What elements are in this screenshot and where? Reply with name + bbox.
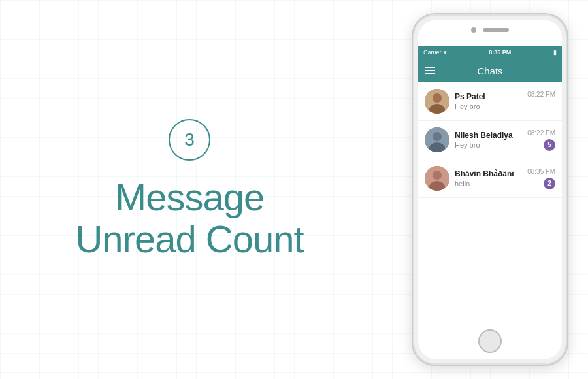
- chat-item[interactable]: Bháviñ Bhåðâñî hello 08:35 PM 2: [418, 159, 562, 198]
- svg-point-4: [433, 132, 442, 141]
- avatar: [425, 127, 449, 152]
- chat-time: 08:35 PM: [527, 168, 555, 175]
- step-circle: 3: [169, 119, 210, 161]
- step-number: 3: [184, 129, 195, 150]
- chat-info: Nilesh Beladiya Hey bro: [455, 131, 522, 149]
- earpiece-speaker: [483, 28, 509, 32]
- chat-name: Ps Patel: [455, 92, 522, 101]
- chat-info: Bháviñ Bhåðâñî hello: [455, 169, 522, 188]
- avatar: [425, 89, 449, 114]
- chat-preview: Hey bro: [455, 103, 522, 110]
- chat-time: 08:22 PM: [527, 129, 555, 137]
- no-unread-badge: [544, 101, 555, 112]
- battery-icon: ▮: [553, 49, 557, 56]
- chat-item[interactable]: Nilesh Beladiya Hey bro 08:22 PM 5: [418, 121, 562, 159]
- hamburger-menu-icon[interactable]: [425, 67, 435, 74]
- avatar: [425, 166, 449, 191]
- left-content-area: 3 Message Unread Count: [0, 0, 379, 379]
- chat-preview: Hey bro: [455, 141, 522, 149]
- chat-name: Nilesh Beladiya: [455, 131, 522, 140]
- unread-badge: 2: [544, 178, 555, 190]
- phone-top-hardware: [471, 27, 509, 33]
- wifi-icon: ▾: [444, 49, 447, 56]
- chat-meta: 08:22 PM: [527, 91, 555, 112]
- power-button: [567, 86, 568, 112]
- home-button[interactable]: [478, 329, 502, 353]
- chat-meta: 08:35 PM 2: [527, 168, 555, 190]
- carrier-info: Carrier ▾: [423, 49, 447, 56]
- chat-time: 08:22 PM: [527, 91, 555, 98]
- svg-point-7: [433, 171, 442, 180]
- chat-info: Ps Patel Hey bro: [455, 92, 522, 110]
- unread-badge: 5: [544, 139, 555, 151]
- phone-mockup: Carrier ▾ 8:35 PM ▮ Chats: [412, 13, 568, 366]
- chat-list: Ps Patel Hey bro 08:22 PM: [418, 82, 562, 198]
- phone-screen: Carrier ▾ 8:35 PM ▮ Chats: [418, 46, 562, 320]
- status-time: 8:35 PM: [489, 49, 511, 56]
- screen-title: Chats: [440, 65, 540, 76]
- navigation-bar: Chats: [418, 59, 562, 82]
- chat-item[interactable]: Ps Patel Hey bro 08:22 PM: [418, 82, 562, 121]
- phone-outer-shell: Carrier ▾ 8:35 PM ▮ Chats: [412, 13, 568, 366]
- volume-up-button: [412, 73, 413, 89]
- battery-indicator: ▮: [553, 49, 557, 56]
- status-bar: Carrier ▾ 8:35 PM ▮: [418, 46, 562, 59]
- phone-inner-bezel: Carrier ▾ 8:35 PM ▮ Chats: [418, 20, 562, 359]
- chat-meta: 08:22 PM 5: [527, 129, 555, 151]
- chat-preview: hello: [455, 180, 522, 188]
- main-title: Message Unread Count: [75, 176, 303, 260]
- svg-point-1: [433, 93, 442, 103]
- volume-down-button: [412, 95, 413, 111]
- front-camera: [471, 27, 476, 33]
- chat-name: Bháviñ Bhåðâñî: [455, 169, 522, 178]
